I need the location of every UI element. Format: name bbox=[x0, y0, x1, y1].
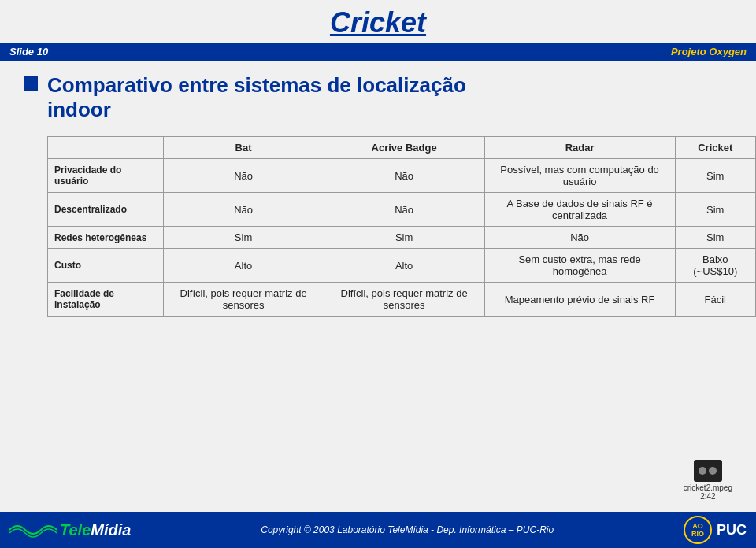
table-cell-2-3: Não bbox=[484, 227, 675, 249]
table-cell-1-2: Não bbox=[324, 193, 484, 227]
table-cell-3-4: Baixo (~US$10) bbox=[675, 249, 755, 283]
table-row: Facilidade de instalaçãoDifícil, pois re… bbox=[48, 283, 756, 317]
table-cell-1-4: Sim bbox=[675, 193, 755, 227]
table-header-row: Bat Acrive Badge Radar Cricket bbox=[48, 137, 756, 159]
table-cell-1-3: A Base de dados de sinais RF é centraliz… bbox=[484, 193, 675, 227]
table-cell-3-3: Sem custo extra, mas rede homogênea bbox=[484, 249, 675, 283]
video-icon[interactable] bbox=[694, 460, 722, 482]
table-cell-3-0: Custo bbox=[48, 249, 164, 283]
table-row: Redes heterogêneasSimSimNãoSim bbox=[48, 227, 756, 249]
table-cell-4-0: Facilidade de instalação bbox=[48, 283, 164, 317]
table-cell-0-3: Possível, mas com computação do usuário bbox=[484, 159, 675, 193]
table-cell-0-2: Não bbox=[324, 159, 484, 193]
table-cell-3-2: Alto bbox=[324, 249, 484, 283]
table-cell-4-2: Difícil, pois requer matriz de sensores bbox=[324, 283, 484, 317]
main-content: Comparativo entre sistemas de localizaçã… bbox=[0, 61, 756, 324]
logo-midia: Mídia bbox=[91, 521, 131, 539]
header: Cricket bbox=[0, 0, 756, 43]
table-cell-0-1: Não bbox=[163, 159, 324, 193]
puc-circle-icon: AORIO bbox=[684, 516, 712, 544]
table-cell-1-1: Não bbox=[163, 193, 324, 227]
comparison-table: Bat Acrive Badge Radar Cricket Privacida… bbox=[47, 136, 756, 317]
video-filename: cricket2.mpeg bbox=[684, 483, 732, 492]
section-title: Comparativo entre sistemas de localizaçã… bbox=[24, 73, 732, 122]
table-cell-0-4: Sim bbox=[675, 159, 755, 193]
logo-tele: Tele bbox=[60, 521, 91, 539]
table-cell-2-2: Sim bbox=[324, 227, 484, 249]
table-row: CustoAltoAltoSem custo extra, mas rede h… bbox=[48, 249, 756, 283]
table-cell-1-0: Descentralizado bbox=[48, 193, 164, 227]
footer: Tele Mídia Copyright © 2003 Laboratório … bbox=[0, 512, 756, 548]
copyright-text: Copyright © 2003 Laboratório TeleMídia -… bbox=[261, 524, 554, 535]
page-title: Cricket bbox=[330, 6, 426, 39]
col-header-feature bbox=[48, 137, 164, 159]
col-header-bat: Bat bbox=[163, 137, 324, 159]
slide-label: Slide 10 bbox=[9, 46, 48, 57]
video-duration: 2:42 bbox=[700, 492, 715, 501]
telemedia-logo: Tele Mídia bbox=[9, 521, 131, 539]
table-cell-2-4: Sim bbox=[675, 227, 755, 249]
puc-text: PUC bbox=[717, 522, 747, 539]
table-row: DescentralizadoNãoNãoA Base de dados de … bbox=[48, 193, 756, 227]
col-header-cricket: Cricket bbox=[675, 137, 755, 159]
col-header-acrive: Acrive Badge bbox=[324, 137, 484, 159]
puc-logo: AORIO PUC bbox=[684, 516, 747, 544]
col-header-radar: Radar bbox=[484, 137, 675, 159]
table-cell-4-4: Fácil bbox=[675, 283, 755, 317]
top-bar: Slide 10 Projeto Oxygen bbox=[0, 43, 756, 61]
table-cell-3-1: Alto bbox=[163, 249, 324, 283]
table-cell-0-0: Privacidade do usuário bbox=[48, 159, 164, 193]
table-cell-2-1: Sim bbox=[163, 227, 324, 249]
video-icon-area[interactable]: cricket2.mpeg 2:42 bbox=[684, 460, 732, 501]
bullet-icon bbox=[24, 76, 38, 91]
table-cell-4-1: Difícil, pois requer matriz de sensores bbox=[163, 283, 324, 317]
table-cell-4-3: Mapeamento prévio de sinais RF bbox=[484, 283, 675, 317]
wave-icon bbox=[9, 522, 57, 538]
section-title-text: Comparativo entre sistemas de localizaçã… bbox=[47, 73, 466, 122]
table-row: Privacidade do usuárioNãoNãoPossível, ma… bbox=[48, 159, 756, 193]
project-label: Projeto Oxygen bbox=[671, 46, 747, 57]
table-cell-2-0: Redes heterogêneas bbox=[48, 227, 164, 249]
